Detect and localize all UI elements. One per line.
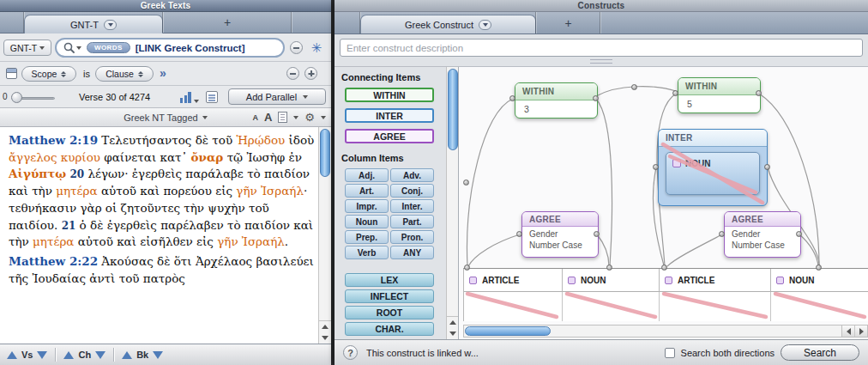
decrease-font-button[interactable]: A [252, 113, 258, 122]
details-chart-icon[interactable] [180, 91, 199, 103]
tab-greek-construct[interactable]: Greek Construct [360, 15, 536, 33]
column-header[interactable]: ARTICLE [660, 269, 771, 292]
chevron-down-icon[interactable] [479, 20, 491, 30]
construct-canvas[interactable]: WITHIN 3 WITHIN 5 INTER NOUN AGREE Ge [459, 67, 868, 339]
inter-connector[interactable]: INTER NOUN [658, 129, 768, 206]
construct-description-input[interactable] [340, 39, 863, 57]
column-item-button[interactable]: Art. [345, 184, 389, 198]
column-header[interactable]: NOUN [771, 269, 868, 292]
column-header[interactable]: ARTICLE [464, 269, 563, 292]
clause-popup[interactable]: Clause [95, 66, 154, 82]
connection-dot[interactable] [816, 265, 822, 271]
scroll-thumb[interactable] [448, 69, 458, 150]
connection-dot[interactable] [594, 231, 600, 237]
page-layout-icon[interactable] [278, 112, 287, 123]
scroll-thumb[interactable] [465, 326, 551, 336]
column-cell[interactable] [563, 292, 660, 321]
scope-popup[interactable]: Scope [21, 66, 76, 82]
text-display-selector[interactable]: Greek NT Tagged [124, 113, 197, 123]
column-item-button[interactable]: Conj. [390, 184, 434, 198]
column-item-button[interactable]: Part. [390, 215, 434, 228]
scroll-down-button[interactable] [447, 328, 458, 339]
connection-dot[interactable] [631, 84, 637, 90]
within-connector-2[interactable]: WITHIN 5 [678, 77, 761, 113]
scroll-thumb[interactable] [320, 129, 330, 177]
connection-dot[interactable] [509, 95, 515, 101]
tab-gnt-t[interactable]: GNT-T [24, 15, 163, 33]
column-item-button[interactable]: Prep. [345, 230, 389, 244]
chapter-down-button[interactable] [95, 351, 105, 359]
connection-dot[interactable] [463, 179, 469, 186]
lex-button[interactable]: LEX [345, 273, 434, 287]
connector-within-button[interactable]: WITHIN [345, 88, 434, 102]
connection-dot[interactable] [464, 265, 470, 271]
amplify-icon[interactable] [307, 39, 326, 58]
column-item-button[interactable]: Adv. [390, 168, 434, 182]
root-button[interactable]: ROOT [345, 306, 434, 319]
verse-down-button[interactable] [37, 351, 47, 359]
connection-dot[interactable] [756, 90, 762, 96]
expand-criteria-chevrons[interactable]: » [160, 66, 166, 80]
pane-splitter-grip[interactable] [590, 59, 612, 64]
remove-search-row-button[interactable] [290, 41, 303, 54]
scroll-up-button[interactable] [319, 321, 331, 332]
search-both-directions-checkbox[interactable] [665, 348, 675, 358]
scroll-up-button[interactable] [447, 317, 458, 328]
column-cell[interactable] [660, 292, 771, 321]
greek-text[interactable]: Matthew 2:19 Τελευτήσαντος δὲ τοῦ Ἡρῴδου… [0, 127, 318, 344]
horizontal-scrollbar[interactable] [463, 325, 868, 338]
column-item-button[interactable]: Adj. [345, 168, 389, 182]
remove-criteria-button[interactable] [286, 67, 299, 80]
gear-icon[interactable] [304, 111, 315, 124]
column-item-button[interactable]: Inter. [390, 199, 434, 213]
search-options-icon[interactable] [6, 68, 17, 79]
connection-dot[interactable] [516, 231, 522, 237]
search-input[interactable]: WORDS [LINK Greek Construct] [55, 38, 285, 58]
noun-item[interactable]: NOUN [666, 152, 760, 195]
agree-connector-1[interactable]: AGREE Gender Number Case [521, 211, 599, 258]
book-down-button[interactable] [153, 351, 163, 359]
column-item-button[interactable]: Noun [345, 215, 389, 228]
connection-dot[interactable] [796, 231, 802, 237]
new-tab-button[interactable]: + [536, 12, 600, 33]
add-criteria-button[interactable] [304, 67, 317, 80]
words-scope-pill[interactable]: WORDS [87, 42, 130, 53]
connector-agree-button[interactable]: AGREE [345, 129, 434, 143]
connection-dot[interactable] [672, 90, 678, 96]
scroll-left-button[interactable] [842, 325, 854, 337]
vertical-scrollbar[interactable] [318, 127, 331, 344]
scroll-down-button[interactable] [319, 332, 331, 344]
book-up-button[interactable] [122, 351, 132, 359]
constructs-titlebar[interactable]: Constructs [335, 0, 868, 12]
slider-knob[interactable] [11, 92, 22, 103]
column-cell[interactable] [771, 292, 868, 321]
connection-dot[interactable] [661, 265, 667, 271]
column-header[interactable]: NOUN [563, 269, 660, 292]
connection-dot[interactable] [593, 95, 599, 101]
column-item-button[interactable]: ANY [390, 246, 434, 259]
module-select-button[interactable]: GNT-T [3, 40, 51, 56]
search-button[interactable]: Search [781, 344, 859, 361]
vertical-scrollbar[interactable] [446, 67, 459, 339]
column-item-button[interactable]: Impr. [345, 199, 389, 213]
chapter-up-button[interactable] [63, 351, 74, 359]
column-item-button[interactable]: Pron. [390, 230, 434, 244]
new-tab-button[interactable]: + [163, 12, 292, 33]
char-button[interactable]: CHAR. [345, 322, 434, 336]
search-icon[interactable] [63, 42, 81, 53]
text-browser-icon[interactable] [206, 91, 218, 103]
scroll-right-button[interactable] [854, 325, 867, 337]
help-button[interactable]: ? [343, 345, 358, 360]
increase-font-button[interactable]: A [264, 111, 272, 124]
column-item-button[interactable]: Verb [345, 246, 389, 259]
chevron-down-icon[interactable] [104, 20, 117, 30]
agree-connector-2[interactable]: AGREE Gender Number Case [724, 211, 801, 258]
connection-dot[interactable] [719, 231, 725, 237]
connection-dot[interactable] [653, 164, 659, 170]
connection-dot[interactable] [764, 164, 770, 170]
connection-dot[interactable] [606, 265, 612, 271]
greek-texts-titlebar[interactable]: Greek Texts [0, 0, 331, 12]
connector-inter-button[interactable]: INTER [345, 108, 434, 123]
column-cell[interactable] [464, 292, 563, 321]
within-connector-1[interactable]: WITHIN 3 [515, 82, 598, 119]
